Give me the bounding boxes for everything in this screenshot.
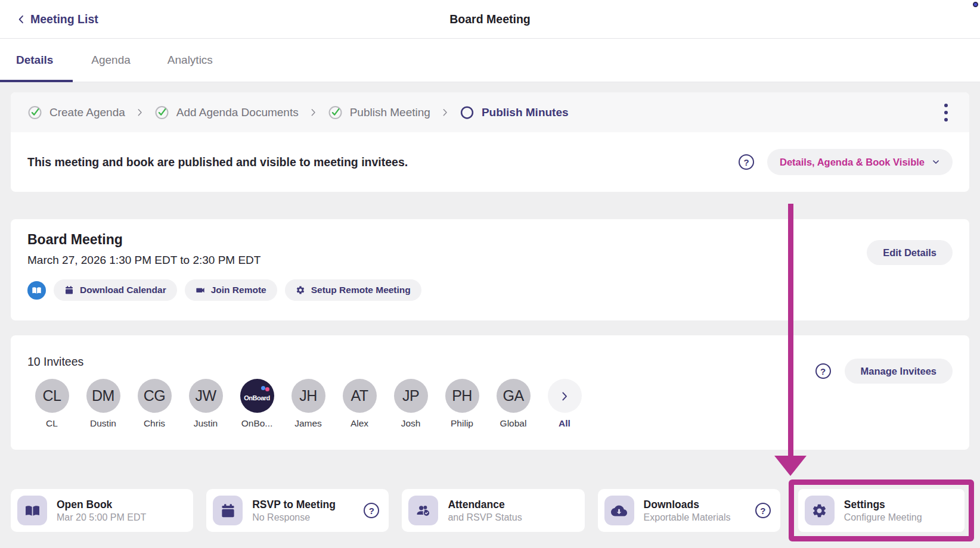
meeting-title: Board Meeting bbox=[27, 232, 421, 248]
step-label: Publish Minutes bbox=[482, 106, 569, 119]
card-title: Attendance bbox=[448, 499, 522, 511]
invitees-card: 10 Invitees ? Manage Invitees CL CL DM D… bbox=[11, 335, 969, 450]
invitee-item[interactable]: GA Global bbox=[494, 379, 532, 429]
avatar: PH bbox=[445, 379, 479, 413]
step-add-agenda-documents[interactable]: Add Agenda Documents bbox=[154, 105, 299, 120]
open-book-icon bbox=[32, 285, 42, 295]
avatar: DM bbox=[86, 379, 120, 413]
workflow-more-menu-button[interactable] bbox=[939, 102, 953, 123]
view-all-invitees-button[interactable]: All bbox=[545, 379, 584, 429]
help-icon[interactable]: ? bbox=[815, 363, 831, 379]
visibility-dropdown[interactable]: Details, Agenda & Book Visible bbox=[767, 149, 953, 175]
manage-invitees-button[interactable]: Manage Invitees bbox=[845, 359, 953, 384]
attendance-people-icon bbox=[415, 503, 432, 519]
invitee-item[interactable]: JH James bbox=[289, 379, 327, 429]
step-publish-minutes[interactable]: Publish Minutes bbox=[460, 105, 569, 120]
chevron-right-icon bbox=[559, 391, 570, 401]
avatar: AT bbox=[343, 379, 377, 413]
help-icon[interactable]: ? bbox=[755, 503, 771, 518]
all-invitees-circle bbox=[548, 379, 582, 413]
card-text: Downloads Exportable Materials bbox=[644, 499, 731, 523]
open-book-icon bbox=[24, 503, 41, 519]
invitee-item[interactable]: CG Chris bbox=[135, 379, 173, 429]
invitee-name: Global bbox=[500, 418, 527, 429]
join-remote-button[interactable]: Join Remote bbox=[185, 279, 277, 301]
card-title: Open Book bbox=[57, 499, 146, 511]
onboard-logo-avatar: OnBoard bbox=[240, 379, 274, 413]
avatar: JP bbox=[394, 379, 428, 413]
card-text: Settings Configure Meeting bbox=[844, 499, 922, 523]
chevron-left-icon bbox=[16, 14, 26, 24]
invitee-item-onboard[interactable]: OnBoard OnBo... bbox=[238, 379, 276, 429]
tab-agenda[interactable]: Agenda bbox=[73, 39, 149, 82]
avatar: CG bbox=[138, 379, 172, 413]
onboard-logo-dot bbox=[265, 387, 269, 391]
top-bar: Meeting List Board Meeting bbox=[0, 0, 980, 39]
invitee-item[interactable]: JW Justin bbox=[187, 379, 225, 429]
invitee-item[interactable]: AT Alex bbox=[340, 379, 379, 429]
help-icon[interactable]: ? bbox=[739, 154, 754, 170]
setup-remote-meeting-button[interactable]: Setup Remote Meeting bbox=[285, 279, 421, 301]
card-subtitle: Mar 20 5:00 PM EDT bbox=[57, 512, 146, 523]
card-text: Attendance and RSVP Status bbox=[448, 499, 522, 523]
invitee-item[interactable]: JP Josh bbox=[392, 379, 430, 429]
chip-label: Join Remote bbox=[211, 285, 266, 295]
download-calendar-button[interactable]: Download Calendar bbox=[54, 279, 177, 301]
invitees-count: 10 Invitees bbox=[27, 355, 83, 369]
visibility-dropdown-value: Details, Agenda & Book Visible bbox=[780, 157, 925, 168]
invitee-name: James bbox=[294, 418, 322, 429]
invitee-item[interactable]: CL CL bbox=[33, 379, 71, 429]
help-icon[interactable]: ? bbox=[364, 503, 379, 518]
invitee-name: Alex bbox=[351, 418, 368, 429]
settings-card[interactable]: Settings Configure Meeting bbox=[798, 489, 965, 532]
rsvp-card[interactable]: RSVP to Meeting No Response ? bbox=[206, 489, 389, 532]
onboard-logo-text: OnBoard bbox=[244, 394, 270, 401]
tab-analytics[interactable]: Analytics bbox=[149, 39, 231, 82]
invitee-name: Dustin bbox=[90, 418, 116, 429]
calendar-icon bbox=[220, 503, 236, 519]
card-title: Downloads bbox=[644, 499, 731, 511]
back-to-meeting-list-link[interactable]: Meeting List bbox=[16, 13, 98, 26]
card-subtitle: Configure Meeting bbox=[844, 512, 922, 523]
step-label: Add Agenda Documents bbox=[176, 106, 299, 119]
open-book-card[interactable]: Open Book Mar 20 5:00 PM EDT bbox=[11, 489, 193, 532]
empty-circle-icon bbox=[460, 105, 475, 120]
invitee-name: Josh bbox=[401, 418, 421, 429]
invitee-item[interactable]: PH Philip bbox=[443, 379, 481, 429]
invitee-item[interactable]: DM Dustin bbox=[84, 379, 122, 429]
invitee-name: CL bbox=[46, 418, 58, 429]
step-publish-meeting[interactable]: Publish Meeting bbox=[328, 105, 430, 120]
step-create-agenda[interactable]: Create Agenda bbox=[27, 105, 125, 120]
downloads-card[interactable]: Downloads Exportable Materials ? bbox=[598, 489, 780, 532]
kebab-menu-icon bbox=[944, 103, 948, 122]
video-camera-icon bbox=[196, 285, 205, 295]
check-circle-icon bbox=[154, 105, 169, 120]
step-label: Create Agenda bbox=[49, 106, 125, 119]
avatar: CL bbox=[35, 379, 69, 413]
view-all-label: All bbox=[559, 418, 570, 429]
gear-icon bbox=[811, 503, 827, 519]
onboard-logo-dot bbox=[261, 386, 265, 390]
recording-indicator-dot bbox=[973, 2, 978, 7]
edit-details-button[interactable]: Edit Details bbox=[867, 240, 953, 265]
chip-label: Setup Remote Meeting bbox=[311, 285, 411, 295]
icon-box bbox=[408, 496, 438, 525]
open-book-quick-button[interactable] bbox=[27, 281, 46, 300]
workflow-panel: Create Agenda Add Agenda Documents bbox=[11, 92, 969, 192]
invitee-name: Justin bbox=[194, 418, 218, 429]
invitee-avatar-row: CL CL DM Dustin CG Chris JW Justin bbox=[27, 379, 953, 429]
avatar: JW bbox=[189, 379, 223, 413]
meeting-summary-left: Board Meeting March 27, 2026 1:30 PM EDT… bbox=[27, 232, 421, 308]
back-link-label: Meeting List bbox=[30, 13, 98, 26]
chevron-down-icon bbox=[932, 158, 940, 166]
page-title: Board Meeting bbox=[0, 13, 980, 26]
chevron-right-icon bbox=[135, 108, 144, 117]
publish-status-banner: This meeting and book are published and … bbox=[11, 132, 969, 192]
icon-box bbox=[805, 496, 835, 525]
invitee-name: Chris bbox=[144, 418, 165, 429]
icon-box bbox=[604, 496, 634, 525]
tab-details[interactable]: Details bbox=[0, 39, 73, 82]
attendance-card[interactable]: Attendance and RSVP Status bbox=[402, 489, 584, 532]
card-subtitle: and RSVP Status bbox=[448, 512, 522, 523]
card-text: RSVP to Meeting No Response bbox=[252, 499, 336, 523]
